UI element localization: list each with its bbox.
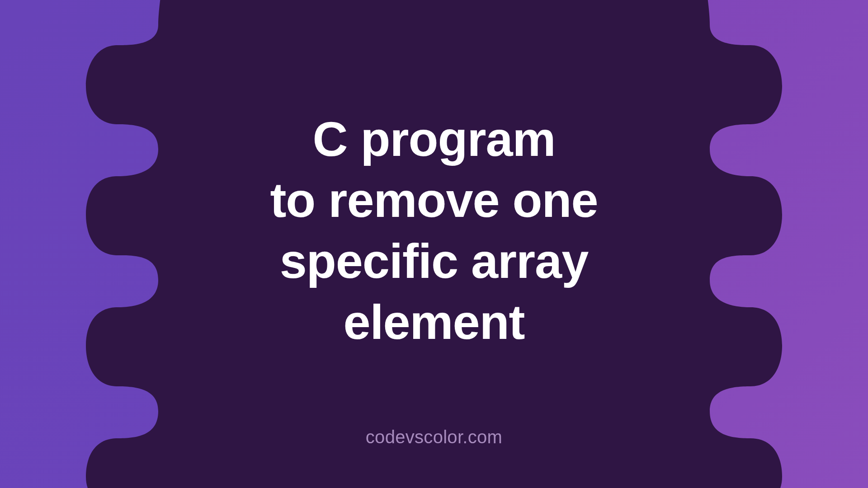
title-line-1: C program — [312, 112, 555, 166]
content-wrapper: C program to remove one specific array e… — [0, 0, 868, 488]
title-line-3: specific array — [280, 234, 588, 288]
title-line-4: element — [343, 295, 524, 349]
title-line-2: to remove one — [270, 173, 598, 227]
brand-label: codevscolor.com — [366, 427, 502, 447]
main-title: C program to remove one specific array e… — [270, 108, 598, 352]
